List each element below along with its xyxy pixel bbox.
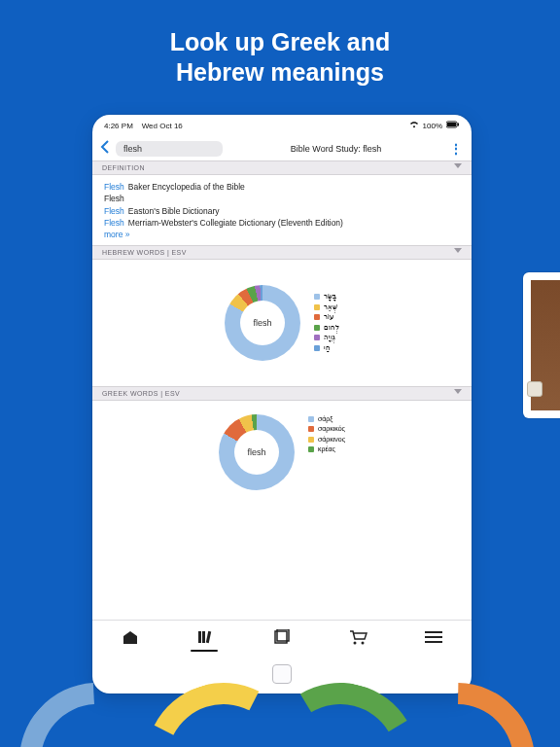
section-hebrew[interactable]: HEBREW WORDS | ESV (92, 245, 472, 260)
tab-menu[interactable] (425, 630, 442, 647)
greek-legend: σάρξ σαρκικός σάρκινος κρέας (308, 414, 345, 455)
definition-row[interactable]: FleshEaston's Bible Dictionary (104, 205, 460, 217)
svg-point-8 (353, 642, 356, 645)
definition-row[interactable]: FleshMerriam-Webster's Collegiate Dictio… (104, 217, 460, 229)
definition-source: Merriam-Webster's Collegiate Dictionary … (128, 218, 343, 228)
section-definition-label: DEFINITION (102, 164, 145, 171)
legend-item[interactable]: שְׁאֵר (314, 302, 339, 313)
wifi-icon (409, 121, 419, 130)
tab-store[interactable] (348, 629, 368, 648)
legend-label: לְחוּם (324, 323, 339, 334)
legend-item[interactable]: σάρξ (308, 414, 345, 425)
battery-icon (446, 121, 460, 130)
legend-label: σάρκινος (318, 435, 345, 445)
status-date: Wed Oct 16 (142, 122, 183, 130)
active-tab-indicator (191, 650, 218, 653)
legend-item[interactable]: חַי (314, 343, 339, 354)
donut-chart-greek[interactable]: flesh (219, 414, 295, 490)
legend-label: κρέας (318, 445, 335, 455)
svg-rect-11 (425, 636, 442, 638)
legend-item[interactable]: κρέας (308, 445, 345, 455)
section-greek-label: GREEK WORDS | ESV (102, 390, 180, 397)
definition-word: Flesh (104, 206, 124, 216)
legend-item[interactable]: עוֹר (314, 312, 339, 323)
greek-chart: flesh σάρξ σαρκικός σάρκινος κρέας (92, 401, 472, 615)
swatch-icon (314, 294, 320, 300)
swatch-icon (314, 345, 320, 351)
hebrew-chart: flesh בָּשָׂר שְׁאֵר עוֹר לְחוּם גְּוִיָ… (92, 260, 472, 386)
peek-tab (527, 381, 542, 397)
definition-word-plain: Flesh (104, 193, 460, 204)
definition-word: Flesh (104, 218, 124, 228)
tab-read[interactable] (272, 629, 290, 648)
swatch-icon (308, 416, 314, 422)
definition-source: Easton's Bible Dictionary (128, 206, 220, 216)
svg-rect-2 (458, 124, 460, 126)
legend-item[interactable]: σάρκινος (308, 435, 345, 445)
donut-center-label: flesh (240, 301, 285, 345)
next-screenshot-peek (523, 272, 560, 418)
svg-rect-10 (425, 631, 442, 633)
swatch-icon (308, 426, 314, 432)
svg-rect-4 (202, 631, 205, 643)
background-fan-graphic (0, 663, 560, 747)
status-battery: 100% (423, 122, 442, 130)
legend-label: σάρξ (318, 414, 332, 425)
legend-item[interactable]: σαρκικός (308, 424, 345, 435)
marketing-headline: Look up Greek and Hebrew meanings (0, 0, 560, 112)
search-value: flesh (123, 144, 142, 154)
headline-line1: Look up Greek and (170, 28, 390, 55)
hebrew-legend: בָּשָׂר שְׁאֵר עוֹר לְחוּם גְּוִיָּה חַי (314, 292, 339, 353)
swatch-icon (308, 437, 314, 443)
swatch-icon (314, 325, 320, 331)
svg-rect-5 (206, 631, 211, 643)
legend-label: σαρκικός (318, 424, 345, 435)
swatch-icon (308, 446, 314, 452)
chevron-down-icon (454, 163, 462, 168)
section-hebrew-label: HEBREW WORDS | ESV (102, 249, 187, 256)
swatch-icon (314, 335, 320, 340)
donut-center-label: flesh (234, 430, 279, 475)
svg-rect-12 (425, 641, 442, 643)
swatch-icon (314, 304, 320, 310)
definition-word: Flesh (104, 182, 124, 192)
more-link[interactable]: more » (104, 230, 129, 239)
svg-rect-3 (198, 631, 201, 643)
swatch-icon (314, 314, 320, 320)
legend-item[interactable]: גְּוִיָּה (314, 333, 339, 343)
more-options-button[interactable]: ⋮ (449, 141, 464, 157)
legend-label: חַי (324, 343, 331, 354)
legend-item[interactable]: בָּשָׂר (314, 292, 339, 302)
definition-source: Baker Encyclopedia of the Bible (128, 182, 245, 192)
legend-label: בָּשָׂר (324, 292, 336, 302)
headline-line2: Hebrew meanings (176, 58, 384, 86)
legend-label: עוֹר (324, 312, 333, 323)
nav-bar: flesh Bible Word Study: flesh ⋮ (92, 136, 472, 160)
tab-library[interactable] (196, 629, 214, 648)
legend-label: גְּוִיָּה (324, 333, 335, 343)
legend-item[interactable]: לְחוּם (314, 323, 339, 334)
definition-row[interactable]: FleshBaker Encyclopedia of the Bible (104, 181, 460, 193)
tablet-frame: 4:26 PM Wed Oct 16 100% flesh Bible Word… (92, 115, 472, 694)
donut-chart-hebrew[interactable]: flesh (225, 285, 300, 361)
svg-rect-1 (447, 123, 456, 126)
chevron-down-icon (454, 389, 462, 394)
legend-label: שְׁאֵר (324, 302, 337, 313)
chevron-down-icon (454, 248, 462, 253)
svg-point-9 (361, 642, 364, 645)
page-title: Bible Word Study: flesh (228, 144, 443, 154)
tab-home[interactable] (122, 629, 139, 648)
search-input[interactable]: flesh (116, 141, 223, 157)
status-bar: 4:26 PM Wed Oct 16 100% (92, 115, 472, 136)
bottom-tab-bar (92, 620, 472, 657)
back-button[interactable] (100, 140, 110, 157)
status-time: 4:26 PM (104, 122, 133, 130)
definitions-list: FleshBaker Encyclopedia of the Bible Fle… (92, 175, 472, 245)
section-greek[interactable]: GREEK WORDS | ESV (92, 386, 472, 401)
section-definition[interactable]: DEFINITION (92, 160, 472, 175)
